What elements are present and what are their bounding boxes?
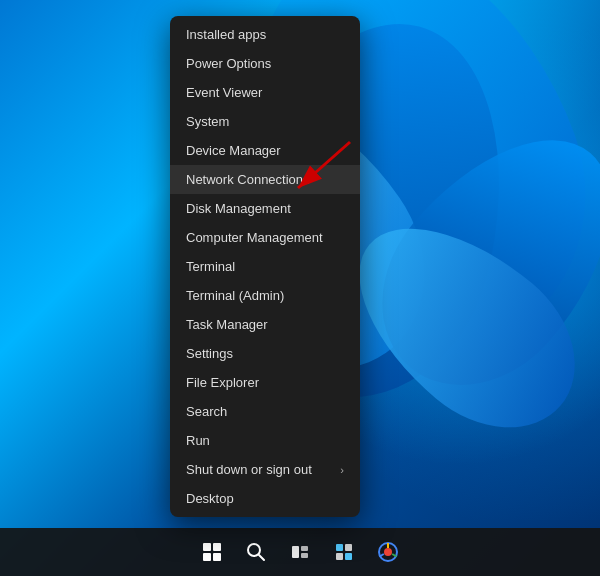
menu-item-label-computer-management: Computer Management — [186, 230, 323, 245]
menu-item-event-viewer[interactable]: Event Viewer — [170, 78, 360, 107]
menu-item-label-installed-apps: Installed apps — [186, 27, 266, 42]
svg-rect-7 — [336, 544, 343, 551]
menu-item-network-connections[interactable]: Network Connections — [170, 165, 360, 194]
menu-item-installed-apps[interactable]: Installed apps — [170, 20, 360, 49]
menu-item-shut-down-sign-out[interactable]: Shut down or sign out› — [170, 455, 360, 484]
widgets-icon — [334, 542, 354, 562]
menu-item-label-device-manager: Device Manager — [186, 143, 281, 158]
menu-item-label-desktop: Desktop — [186, 491, 234, 506]
menu-item-label-terminal: Terminal — [186, 259, 235, 274]
menu-item-computer-management[interactable]: Computer Management — [170, 223, 360, 252]
menu-item-label-power-options: Power Options — [186, 56, 271, 71]
menu-item-label-task-manager: Task Manager — [186, 317, 268, 332]
menu-item-arrow-shut-down-sign-out: › — [340, 464, 344, 476]
menu-item-settings[interactable]: Settings — [170, 339, 360, 368]
taskbar — [0, 528, 600, 576]
menu-item-label-system: System — [186, 114, 229, 129]
menu-item-run[interactable]: Run — [170, 426, 360, 455]
menu-item-label-file-explorer: File Explorer — [186, 375, 259, 390]
svg-point-12 — [384, 548, 392, 556]
menu-item-label-search: Search — [186, 404, 227, 419]
windows-logo-icon — [203, 543, 221, 561]
menu-item-label-run: Run — [186, 433, 210, 448]
svg-rect-10 — [345, 553, 352, 560]
menu-item-label-disk-management: Disk Management — [186, 201, 291, 216]
svg-rect-6 — [301, 553, 308, 558]
menu-item-desktop[interactable]: Desktop — [170, 484, 360, 513]
menu-item-search[interactable]: Search — [170, 397, 360, 426]
chrome-icon — [377, 541, 399, 563]
task-view-icon — [290, 542, 310, 562]
svg-line-3 — [259, 555, 264, 560]
context-menu: Installed appsPower OptionsEvent ViewerS… — [170, 16, 360, 517]
menu-item-terminal-admin[interactable]: Terminal (Admin) — [170, 281, 360, 310]
menu-item-label-event-viewer: Event Viewer — [186, 85, 262, 100]
svg-rect-5 — [301, 546, 308, 551]
svg-rect-9 — [336, 553, 343, 560]
menu-item-label-network-connections: Network Connections — [186, 172, 310, 187]
menu-item-label-settings: Settings — [186, 346, 233, 361]
menu-item-label-terminal-admin: Terminal (Admin) — [186, 288, 284, 303]
svg-rect-8 — [345, 544, 352, 551]
menu-item-file-explorer[interactable]: File Explorer — [170, 368, 360, 397]
start-button[interactable] — [194, 534, 230, 570]
menu-item-label-shut-down-sign-out: Shut down or sign out — [186, 462, 312, 477]
widgets-button[interactable] — [326, 534, 362, 570]
menu-item-device-manager[interactable]: Device Manager — [170, 136, 360, 165]
menu-item-system[interactable]: System — [170, 107, 360, 136]
menu-item-terminal[interactable]: Terminal — [170, 252, 360, 281]
search-icon — [246, 542, 266, 562]
menu-item-power-options[interactable]: Power Options — [170, 49, 360, 78]
chrome-button[interactable] — [370, 534, 406, 570]
taskbar-search-button[interactable] — [238, 534, 274, 570]
svg-rect-4 — [292, 546, 299, 558]
task-view-button[interactable] — [282, 534, 318, 570]
menu-item-task-manager[interactable]: Task Manager — [170, 310, 360, 339]
menu-item-disk-management[interactable]: Disk Management — [170, 194, 360, 223]
svg-point-2 — [248, 544, 260, 556]
